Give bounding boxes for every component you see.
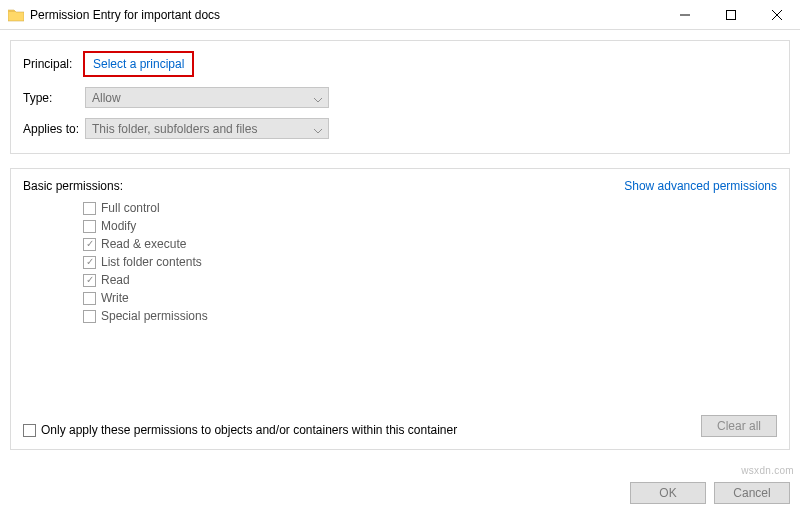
type-label: Type:: [23, 91, 85, 105]
permission-item: Read & execute: [83, 235, 777, 253]
select-principal-link[interactable]: Select a principal: [83, 51, 194, 77]
only-apply-label: Only apply these permissions to objects …: [41, 423, 457, 437]
permission-label: Write: [101, 291, 129, 305]
titlebar: Permission Entry for important docs: [0, 0, 800, 30]
permission-checkbox[interactable]: [83, 238, 96, 251]
principal-panel: Principal: Select a principal Type: Allo…: [10, 40, 790, 154]
applies-label: Applies to:: [23, 122, 85, 136]
permission-label: List folder contents: [101, 255, 202, 269]
permission-item: Special permissions: [83, 307, 777, 325]
applies-value: This folder, subfolders and files: [92, 122, 257, 136]
ok-button[interactable]: OK: [630, 482, 706, 504]
minimize-button[interactable]: [662, 0, 708, 30]
folder-icon: [8, 8, 24, 22]
svg-rect-1: [727, 10, 736, 19]
watermark: wsxdn.com: [741, 465, 794, 476]
permission-item: List folder contents: [83, 253, 777, 271]
permission-label: Read & execute: [101, 237, 186, 251]
close-button[interactable]: [754, 0, 800, 30]
permissions-panel: Basic permissions: Show advanced permiss…: [10, 168, 790, 450]
maximize-button[interactable]: [708, 0, 754, 30]
show-advanced-link[interactable]: Show advanced permissions: [624, 179, 777, 193]
permission-item: Read: [83, 271, 777, 289]
permission-checkbox[interactable]: [83, 274, 96, 287]
clear-all-button[interactable]: Clear all: [701, 415, 777, 437]
permission-label: Modify: [101, 219, 136, 233]
permission-item: Modify: [83, 217, 777, 235]
permission-label: Full control: [101, 201, 160, 215]
chevron-down-icon: [314, 93, 322, 107]
cancel-button[interactable]: Cancel: [714, 482, 790, 504]
permission-label: Special permissions: [101, 309, 208, 323]
permission-label: Read: [101, 273, 130, 287]
permission-item: Write: [83, 289, 777, 307]
permission-checkbox[interactable]: [83, 256, 96, 269]
type-value: Allow: [92, 91, 121, 105]
chevron-down-icon: [314, 124, 322, 138]
permission-checkbox[interactable]: [83, 292, 96, 305]
permission-checkbox[interactable]: [83, 220, 96, 233]
only-apply-checkbox[interactable]: [23, 424, 36, 437]
permission-list: Full controlModifyRead & executeList fol…: [83, 199, 777, 325]
permission-checkbox[interactable]: [83, 202, 96, 215]
permission-item: Full control: [83, 199, 777, 217]
type-select: Allow: [85, 87, 329, 108]
permission-checkbox[interactable]: [83, 310, 96, 323]
applies-select: This folder, subfolders and files: [85, 118, 329, 139]
principal-label: Principal:: [23, 57, 85, 71]
window-title: Permission Entry for important docs: [30, 8, 220, 22]
